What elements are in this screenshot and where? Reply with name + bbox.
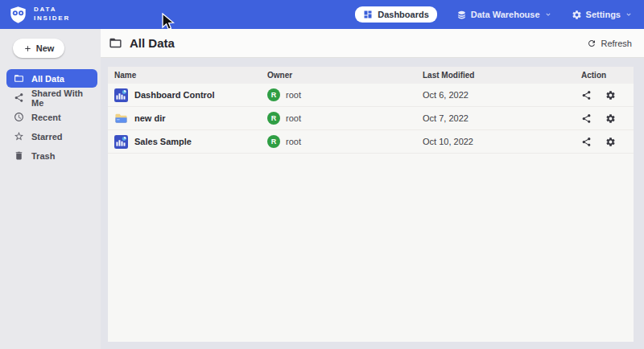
sidebar-item-label: Shared With Me [31,88,97,108]
sidebar-item-recent[interactable]: Recent [6,108,97,126]
content-header: All Data Refresh [101,29,644,58]
sidebar: New All Data Shared With Me Recent Starr… [0,29,101,349]
owl-logo-icon [8,6,28,24]
owner-name: root [286,113,301,123]
file-name: Sales Sample [134,137,192,146]
data-warehouse-menu[interactable]: Data Warehouse [456,10,552,20]
last-modified: Oct 6, 2022 [416,90,575,100]
chart-file-icon [114,135,128,149]
trash-icon [14,150,24,161]
dashboards-label: Dashboards [378,10,429,19]
column-header-action: Action [575,71,634,80]
column-header-name: Name [108,71,261,80]
chevron-down-icon [544,10,552,18]
brand-line-2: INSIDER [34,14,70,23]
sidebar-item-label: Starred [31,132,63,142]
owner-avatar: R [267,88,280,101]
share-action-icon[interactable] [581,90,592,101]
plus-icon [23,44,32,53]
share-action-icon[interactable] [581,137,592,147]
column-header-last-modified: Last Modified [416,71,575,80]
chart-file-icon [114,88,128,102]
last-modified: Oct 10, 2022 [416,137,575,146]
star-icon [14,131,24,142]
clock-icon [14,112,24,122]
settings-label: Settings [586,10,621,19]
file-table-card: Name Owner Last Modified Action [108,67,634,342]
page-title: All Data [130,36,175,50]
database-icon [456,10,467,20]
data-warehouse-label: Data Warehouse [471,10,540,19]
last-modified: Oct 7, 2022 [416,113,575,123]
gear-icon [572,10,582,20]
sidebar-item-label: Trash [31,151,55,161]
sidebar-item-label: Recent [31,113,61,122]
file-name: new dir [134,113,166,123]
brand-line-1: DATA [34,6,70,14]
folder-file-icon [114,112,128,125]
topbar: DATA INSIDER Dashboards Data Warehouse [0,0,644,29]
owner-avatar: R [267,135,280,148]
settings-menu[interactable]: Settings [572,10,633,20]
sidebar-item-starred[interactable]: Starred [6,127,97,146]
settings-action-icon[interactable] [605,113,616,124]
new-button-label: New [36,43,55,53]
dashboard-icon [363,10,373,19]
new-button[interactable]: New [13,39,64,58]
sidebar-item-label: All Data [31,74,64,84]
refresh-label: Refresh [601,39,632,48]
table-header-row: Name Owner Last Modified Action [108,67,634,84]
refresh-icon [587,39,597,48]
app-logo: DATA INSIDER [8,6,70,24]
folder-icon [14,73,24,84]
table-row[interactable]: Dashboard Control R root Oct 6, 2022 [108,84,634,107]
table-row[interactable]: new dir R root Oct 7, 2022 [108,107,634,130]
share-action-icon[interactable] [581,113,592,124]
topnav: Dashboards Data Warehouse Settings [355,6,633,23]
content-body: Name Owner Last Modified Action [101,59,644,349]
owner-name: root [286,90,301,100]
refresh-button[interactable]: Refresh [587,39,632,48]
table-row[interactable]: Sales Sample R root Oct 10, 2022 [108,130,634,154]
folder-outline-icon [109,36,122,50]
file-name: Dashboard Control [134,90,215,100]
owner-avatar: R [267,112,280,125]
dashboards-button[interactable]: Dashboards [355,6,437,23]
sidebar-item-all-data[interactable]: All Data [6,69,97,88]
share-icon [14,92,24,103]
sidebar-item-shared-with-me[interactable]: Shared With Me [6,88,97,107]
settings-action-icon[interactable] [605,137,616,147]
column-header-owner: Owner [261,71,416,80]
chevron-down-icon [625,10,633,18]
settings-action-icon[interactable] [605,90,616,101]
owner-name: root [286,137,301,146]
sidebar-item-trash[interactable]: Trash [6,146,97,165]
